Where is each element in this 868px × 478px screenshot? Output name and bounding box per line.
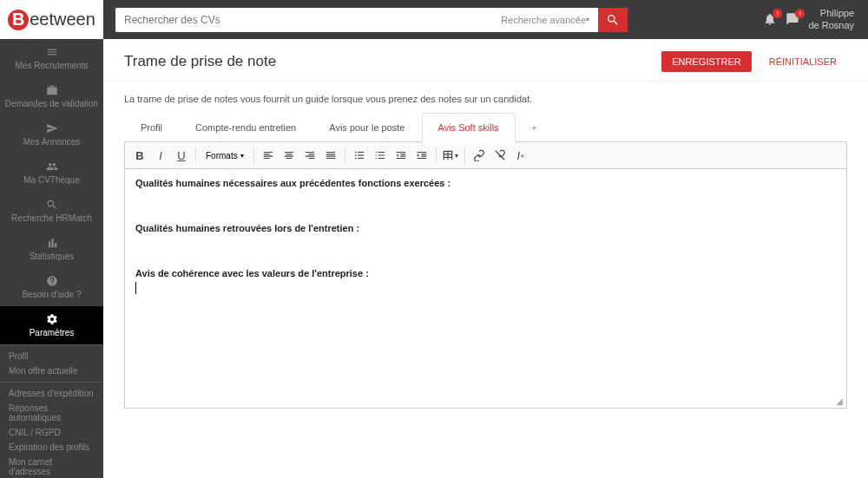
align-right-button[interactable] [300, 146, 319, 165]
align-justify-button[interactable] [321, 146, 340, 165]
field-q2: Qualités humaines retrouvées lors de l'e… [135, 223, 836, 233]
tab-add[interactable]: + [516, 113, 554, 142]
nav-stats[interactable]: Statistiques [0, 230, 103, 268]
nav-help[interactable]: Besoin d'aide ? [0, 268, 103, 306]
menu-icon [46, 46, 58, 58]
search-box: Recherche avancée ▾ [115, 8, 628, 32]
search-icon [46, 199, 58, 211]
bold-button[interactable]: B [130, 146, 149, 165]
indent-button[interactable] [412, 146, 431, 165]
search-input[interactable] [115, 8, 492, 32]
tab-profil[interactable]: Profil [124, 113, 179, 142]
nav-recruitments[interactable]: Mes Recrutements [0, 39, 103, 77]
clear-format-button[interactable]: I× [511, 146, 530, 165]
nav-validations[interactable]: Demandes de validation [0, 77, 103, 115]
gear-icon [46, 313, 58, 325]
subnav-cnil[interactable]: CNIL / RGPD [0, 425, 103, 440]
subnav-profil[interactable]: Profil [0, 349, 103, 363]
svg-point-2 [355, 158, 357, 160]
page-title: Trame de prise de note [124, 53, 661, 70]
reset-button[interactable]: RÉINITIALISER [759, 51, 847, 72]
formats-dropdown[interactable]: Formats▾ [201, 146, 249, 165]
subnav-adresses[interactable]: Adresses d'expédition [0, 386, 103, 401]
search-icon [606, 13, 620, 27]
notifications-badge: ! [773, 9, 782, 18]
nav-annonces[interactable]: Mes Annonces [0, 115, 103, 154]
outdent-button[interactable] [391, 146, 411, 165]
help-icon [46, 275, 58, 287]
field-q3: Avis de cohérence avec les valeurs de l'… [135, 268, 836, 278]
svg-point-1 [355, 154, 357, 156]
resize-handle[interactable]: ◢ [125, 395, 846, 408]
send-icon [46, 122, 58, 134]
notifications-icon[interactable]: ! [763, 12, 777, 28]
people-icon [46, 160, 58, 173]
search-button[interactable] [598, 8, 628, 32]
chart-icon [46, 237, 58, 249]
save-button[interactable]: ENREGISTRER [661, 51, 751, 72]
align-center-button[interactable] [279, 146, 299, 165]
user-menu[interactable]: Philippede Rosnay [808, 8, 854, 30]
text-cursor [135, 282, 136, 294]
tab-compte-rendu[interactable]: Compte-rendu entretien [179, 113, 312, 142]
briefcase-icon [46, 84, 58, 96]
brand-logo[interactable]: Beetween [0, 0, 103, 39]
field-q1: Qualités humaines nécessaires aux précéd… [135, 178, 836, 188]
italic-button[interactable]: I [151, 146, 170, 165]
editor-toolbar: B I U Formats▾ ▾ I× [125, 142, 846, 169]
messages-icon[interactable]: ! [786, 12, 799, 28]
unlink-button[interactable] [490, 146, 510, 165]
bullet-list-button[interactable] [350, 146, 369, 165]
align-left-button[interactable] [259, 146, 278, 165]
editor-content[interactable]: Qualités humaines nécessaires aux précéd… [125, 169, 846, 395]
nav-hrmatch[interactable]: Recherche HRMatch [0, 192, 103, 230]
table-button[interactable]: ▾ [441, 146, 460, 165]
subnav-offre[interactable]: Mon offre actuelle [0, 363, 103, 378]
tab-avis-soft-skills[interactable]: Avis Soft skills [422, 113, 516, 142]
advanced-search[interactable]: Recherche avancée ▾ [492, 8, 598, 32]
nav-cvtheque[interactable]: Ma CVThèque [0, 154, 103, 192]
underline-button[interactable]: U [172, 146, 191, 165]
subnav-expiration[interactable]: Expiration des profils [0, 440, 103, 455]
subnav-carnet[interactable]: Mon carnet d'adresses [0, 455, 103, 478]
subnav-reponses[interactable]: Réponses automatiques [0, 401, 103, 425]
nav-parametres[interactable]: Paramètres [0, 306, 103, 344]
svg-point-0 [355, 152, 357, 154]
messages-badge: ! [795, 9, 805, 18]
link-button[interactable] [470, 146, 489, 165]
page-description: La trame de prise de notes vous fournit … [124, 82, 847, 113]
tab-avis-poste[interactable]: Avis pour le poste [312, 113, 421, 142]
number-list-button[interactable] [371, 146, 390, 165]
